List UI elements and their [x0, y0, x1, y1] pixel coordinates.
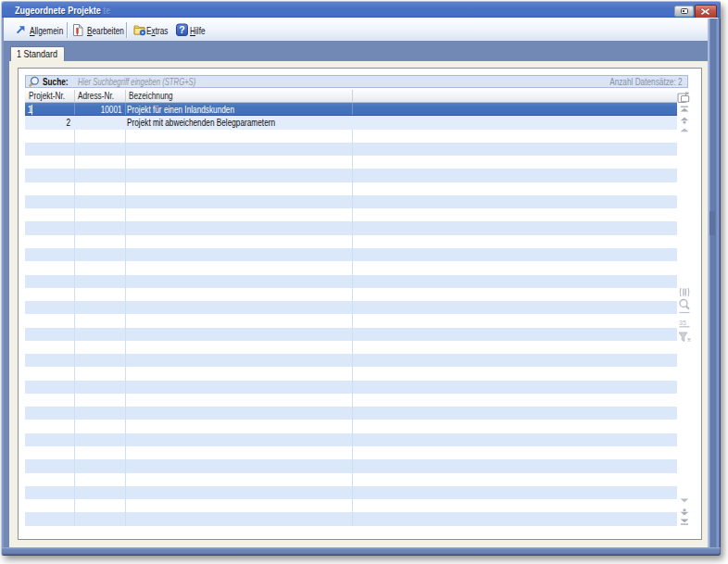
svg-text:?: ? — [179, 24, 184, 35]
svg-text:35: 35 — [679, 320, 686, 326]
